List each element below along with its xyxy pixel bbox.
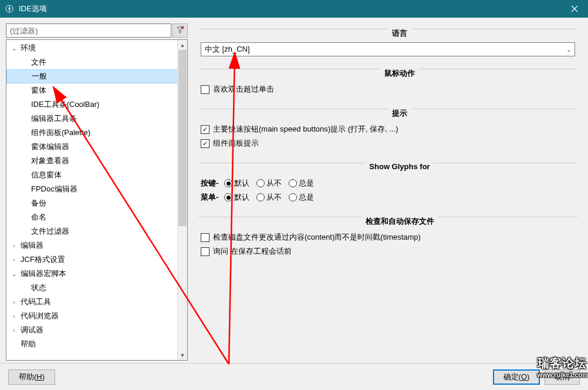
chevron-right-icon[interactable]: › xyxy=(10,298,18,306)
tree-spacer xyxy=(21,171,29,179)
radio-menus-never[interactable] xyxy=(256,193,265,201)
tree-item-label: 代码浏览器 xyxy=(19,311,59,321)
clear-filter-button[interactable] xyxy=(173,23,188,38)
language-select-value: 中文 [zh_CN] xyxy=(205,44,250,55)
tree-item[interactable]: 帮助 xyxy=(6,337,187,351)
tree-item-label: 信息窗体 xyxy=(30,170,62,180)
tree-spacer xyxy=(21,86,29,95)
left-panel: ⌄环境文件一般窗体IDE工具条(CoolBar)编辑器工具条组件面板(Palet… xyxy=(6,23,188,361)
tree-item-label: 一般 xyxy=(31,71,47,82)
radio-buttons-always[interactable] xyxy=(289,179,297,187)
label-speedbtn-hints: 主要快速按钮(main speed buttons)提示 (打开, 保存, ..… xyxy=(213,124,398,135)
scroll-thumb[interactable] xyxy=(178,50,187,226)
tree-item[interactable]: ⌄编辑器宏脚本 xyxy=(6,267,187,281)
checkbox-dblclick[interactable] xyxy=(201,85,209,94)
tree-item-label: IDE工具条(CoolBar) xyxy=(30,99,99,110)
tree-item-label: 文件 xyxy=(30,57,46,68)
bottom-bar: 帮助(H) 确定(O) 取消 xyxy=(0,363,588,390)
tree-item[interactable]: IDE工具条(CoolBar) xyxy=(6,98,187,112)
tree-item[interactable]: ›JCF格式设置 xyxy=(6,253,187,267)
label-ask-save: 询问 在保存工程会话前 xyxy=(213,246,292,257)
group-autosave: 检查和自动保存文件 检查磁盘文件更改通过内容(content)而不是时间戳(ti… xyxy=(194,211,582,262)
tree-item-label: 组件面板(Palette) xyxy=(30,127,90,138)
label-palette-hints: 组件面板提示 xyxy=(213,138,259,149)
filter-input[interactable] xyxy=(6,23,171,38)
glyphs-menus-label: 菜单- xyxy=(201,192,218,203)
radio-buttons-default[interactable] xyxy=(224,179,232,187)
tree-item-label: JCF格式设置 xyxy=(19,254,65,265)
tree-spacer xyxy=(21,143,29,151)
tree-spacer xyxy=(21,199,29,207)
ok-button[interactable]: 确定(O) xyxy=(493,369,540,385)
help-button[interactable]: 帮助(H) xyxy=(8,369,55,385)
tree-spacer xyxy=(21,58,29,66)
tree-item-label: 备份 xyxy=(30,198,46,209)
tree-item[interactable]: FPDoc编辑器 xyxy=(6,182,187,196)
tree-item[interactable]: 组件面板(Palette) xyxy=(6,126,187,140)
tree-spacer xyxy=(21,115,29,123)
tree-scrollbar[interactable]: ▲ ▼ xyxy=(177,40,187,360)
tree-spacer xyxy=(21,157,29,165)
chevron-right-icon[interactable]: › xyxy=(10,312,18,320)
chevron-down-icon: ⌄ xyxy=(566,46,571,53)
group-title-glyphs: Show Glyphs for xyxy=(366,162,433,171)
tree-item-label: 文件过滤器 xyxy=(30,226,69,237)
tree-spacer xyxy=(21,72,29,80)
tree-item-label: 环境 xyxy=(19,43,36,53)
group-glyphs: Show Glyphs for 按键- 默认 从不 总是 菜单- 默认 从不 总… xyxy=(194,157,582,208)
chevron-down-icon[interactable]: ⌄ xyxy=(10,44,18,52)
group-title-hints: 提示 xyxy=(388,108,411,119)
tree-item-label: 命名 xyxy=(30,212,46,223)
chevron-down-icon[interactable]: ⌄ xyxy=(10,270,18,278)
tree-item[interactable]: ›代码浏览器 xyxy=(6,309,187,323)
tree-item[interactable]: 命名 xyxy=(6,210,187,224)
content-area: ⌄环境文件一般窗体IDE工具条(CoolBar)编辑器工具条组件面板(Palet… xyxy=(0,18,588,363)
chevron-right-icon[interactable]: › xyxy=(10,241,18,250)
chevron-right-icon[interactable]: › xyxy=(10,255,18,264)
group-title-mouse: 鼠标动作 xyxy=(381,68,418,79)
group-title-language: 语言 xyxy=(388,28,411,39)
radio-menus-always[interactable] xyxy=(289,193,297,201)
right-panel: 语言 中文 [zh_CN] ⌄ 鼠标动作 喜欢双击超过单击 提示 xyxy=(194,23,582,361)
tree-spacer xyxy=(21,227,29,236)
group-title-autosave: 检查和自动保存文件 xyxy=(362,216,438,227)
chevron-right-icon[interactable]: › xyxy=(10,326,18,334)
tree-item[interactable]: 编辑器工具条 xyxy=(6,112,187,126)
tree-item[interactable]: ›编辑器 xyxy=(6,238,187,253)
radio-menus-default[interactable] xyxy=(224,193,232,201)
tree-item[interactable]: ›代码工具 xyxy=(6,295,187,309)
checkbox-palette-hints[interactable] xyxy=(201,139,209,148)
tree-item[interactable]: 备份 xyxy=(6,196,187,210)
glyphs-buttons-label: 按键- xyxy=(201,178,218,189)
titlebar: IDE选项 xyxy=(0,0,588,18)
scroll-down-icon[interactable]: ▼ xyxy=(178,350,187,360)
tree-spacer xyxy=(21,100,29,109)
tree-item[interactable]: 信息窗体 xyxy=(6,168,187,182)
tree-item[interactable]: 窗体编辑器 xyxy=(6,140,187,154)
checkbox-speedbtn-hints[interactable] xyxy=(201,125,209,134)
glyphs-row-menus: 菜单- 默认 从不 总是 xyxy=(201,190,575,204)
tree-item[interactable]: 一般 xyxy=(6,69,187,83)
tree-item[interactable]: 窗体 xyxy=(6,83,187,98)
tree-item[interactable]: 对象查看器 xyxy=(6,154,187,168)
tree-item-label: 帮助 xyxy=(19,339,36,349)
checkbox-check-content[interactable] xyxy=(201,233,209,242)
tree-item[interactable]: 文件 xyxy=(6,55,187,69)
tree-spacer xyxy=(10,340,18,348)
scroll-up-icon[interactable]: ▲ xyxy=(178,40,187,50)
tree-spacer xyxy=(21,185,29,193)
radio-buttons-never[interactable] xyxy=(256,179,265,187)
tree-item-label: 编辑器 xyxy=(19,240,43,251)
tree-item-label: 窗体 xyxy=(30,85,46,96)
tree-item[interactable]: ⌄环境 xyxy=(6,41,187,55)
tree-item[interactable]: ›调试器 xyxy=(6,323,187,337)
tree-spacer xyxy=(21,213,29,221)
group-mouse: 鼠标动作 喜欢双击超过单击 xyxy=(194,63,582,100)
tree-item-label: 代码工具 xyxy=(19,297,51,307)
close-button[interactable] xyxy=(561,0,588,18)
tree-item[interactable]: 状态 xyxy=(6,281,187,295)
checkbox-ask-save[interactable] xyxy=(201,247,209,256)
language-select[interactable]: 中文 [zh_CN] ⌄ xyxy=(201,42,575,56)
tree-item[interactable]: 文件过滤器 xyxy=(6,224,187,238)
tree-spacer xyxy=(21,129,29,137)
